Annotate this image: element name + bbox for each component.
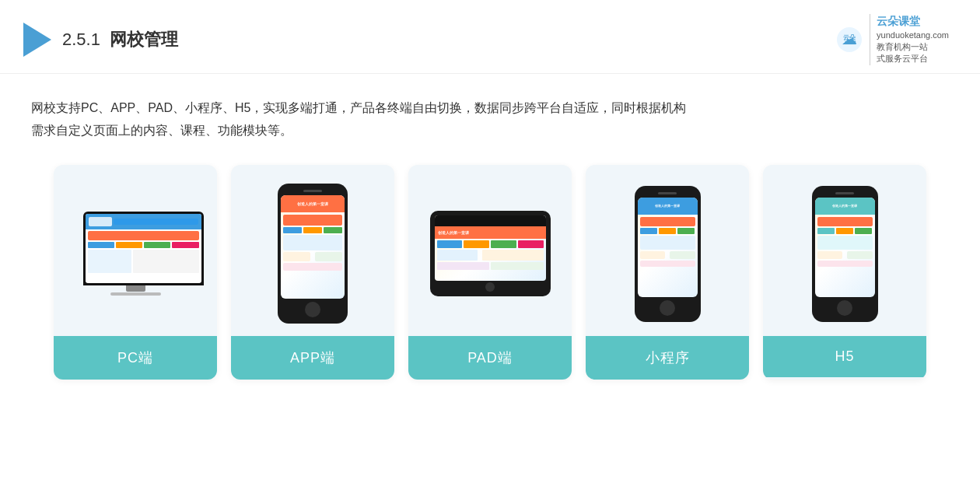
header-right: ☁ 云朵 云朵课堂 yunduoketang.com 教育机构一站 式服务云平台	[834, 14, 949, 65]
card-h5-image: 创造人的第一堂课	[763, 165, 926, 336]
section-number: 2.5.1	[62, 30, 100, 49]
card-h5: 创造人的第一堂课	[763, 165, 926, 380]
card-app-label: APP端	[231, 336, 394, 380]
brand-logo: ☁ 云朵 云朵课堂 yunduoketang.com 教育机构一站 式服务云平台	[834, 14, 949, 65]
card-app-image: 创造人的第一堂课	[231, 165, 394, 336]
card-mini: 创造人的第一堂课	[586, 165, 749, 380]
phone-screen-h5: 创造人的第一堂课	[815, 198, 875, 297]
phone-speaker-h5	[835, 192, 854, 194]
card-mini-label: 小程序	[586, 336, 749, 380]
card-app: 创造人的第一堂课	[231, 165, 394, 380]
phone-mockup-mini: 创造人的第一堂课	[635, 186, 701, 322]
card-pad: 创造人的第一堂课	[408, 165, 572, 380]
header: 2.5.1 网校管理 ☁ 云朵 云朵课堂 yunduoketang.com 教育…	[0, 0, 980, 74]
page-wrapper: 2.5.1 网校管理 ☁ 云朵 云朵课堂 yunduoketang.com 教育…	[0, 0, 980, 490]
card-pad-label: PAD端	[408, 336, 572, 380]
page-title: 2.5.1 网校管理	[62, 28, 178, 51]
phone-home-button	[305, 302, 320, 317]
phone-mockup-app: 创造人的第一堂课	[278, 184, 348, 324]
brand-text: 云朵课堂 yunduoketang.com 教育机构一站 式服务云平台	[870, 14, 949, 65]
card-mini-image: 创造人的第一堂课	[586, 165, 749, 336]
description-text: 网校支持PC、APP、PAD、小程序、H5，实现多端打通，产品各终端自由切换，数…	[31, 97, 949, 142]
phone-speaker-mini	[658, 192, 677, 194]
header-left: 2.5.1 网校管理	[23, 23, 178, 57]
cloud-icon: ☁ 云朵	[834, 26, 865, 54]
brand-tagline: 教育机构一站 式服务云平台	[877, 41, 949, 65]
phone-screen: 创造人的第一堂课	[281, 195, 345, 299]
cards-section: PC端 创造人的第一堂课	[0, 157, 980, 395]
description-block: 网校支持PC、APP、PAD、小程序、H5，实现多端打通，产品各终端自由切换，数…	[0, 74, 980, 158]
phone-home-h5	[837, 300, 852, 316]
tablet-screen: 创造人的第一堂课	[435, 215, 546, 281]
phone-mockup-h5: 创造人的第一堂课	[812, 186, 878, 322]
card-pc: PC端	[54, 165, 217, 380]
phone-home-mini	[660, 300, 675, 316]
card-pc-image	[54, 165, 217, 336]
brand-name: 云朵课堂	[877, 14, 949, 30]
phone-screen-mini: 创造人的第一堂课	[638, 198, 698, 297]
section-title: 网校管理	[110, 30, 178, 49]
tablet-mockup: 创造人的第一堂课	[430, 211, 551, 296]
card-pad-image: 创造人的第一堂课	[408, 165, 572, 336]
brand-url: yunduoketang.com	[877, 30, 949, 41]
card-pc-label: PC端	[54, 336, 217, 380]
logo-triangle-icon	[23, 23, 51, 57]
svg-text:云朵: 云朵	[843, 34, 856, 41]
tablet-home-button	[485, 282, 495, 292]
phone-speaker	[303, 190, 322, 192]
card-h5-label: H5	[763, 336, 926, 377]
